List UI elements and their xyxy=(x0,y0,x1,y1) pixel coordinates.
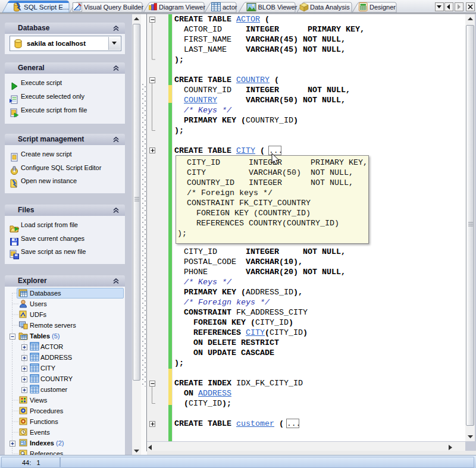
svg-text:Diagram Viewer: Diagram Viewer xyxy=(159,4,205,11)
svg-text:Data Analysis: Data Analysis xyxy=(310,4,350,11)
svg-text:Visual Query Builder: Visual Query Builder xyxy=(84,4,143,11)
svg-text:actor: actor xyxy=(223,4,237,11)
svg-text:BLOB Viewer: BLOB Viewer xyxy=(258,4,298,11)
svg-text:SQL Script E...: SQL Script E... xyxy=(24,4,69,11)
svg-text:Designer: Designer xyxy=(369,4,396,11)
